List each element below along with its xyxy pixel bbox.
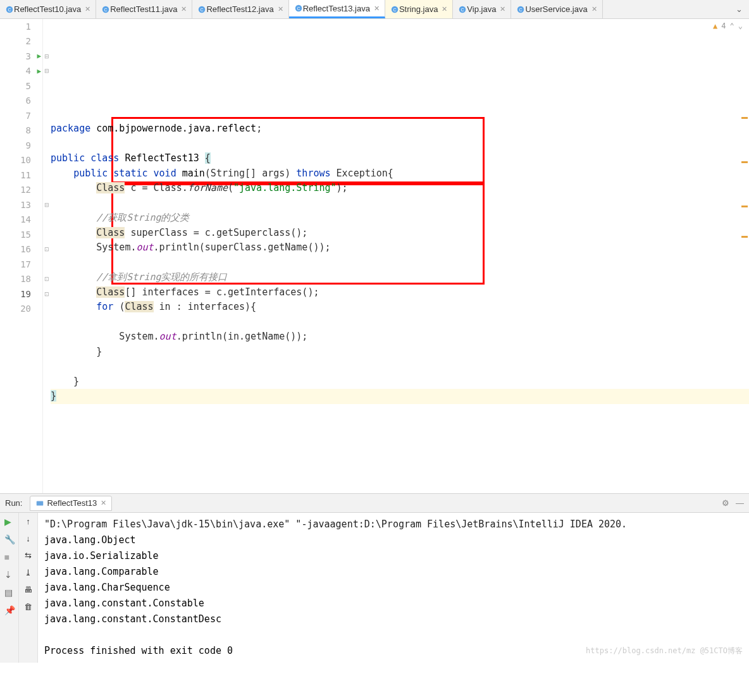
- fold-marker[interactable]: [43, 138, 51, 153]
- line-number[interactable]: 3▶: [0, 49, 42, 64]
- fold-marker[interactable]: ⊡: [43, 286, 51, 302]
- fold-marker[interactable]: ⊟: [43, 49, 51, 64]
- code-line[interactable]: [51, 137, 749, 152]
- run-gutter-icon[interactable]: ▶: [37, 67, 41, 75]
- fold-marker[interactable]: [43, 257, 51, 272]
- line-number[interactable]: 9: [0, 138, 42, 153]
- scroll-icon[interactable]: ⤓: [25, 568, 32, 577]
- tab-label: ReflectTest12.java: [206, 4, 273, 14]
- code-line[interactable]: package com.bjpowernode.java.reflect;: [51, 121, 749, 137]
- code-line[interactable]: System.out.println(superClass.getName())…: [51, 240, 749, 255]
- line-number[interactable]: 6: [0, 94, 42, 109]
- rerun-icon[interactable]: ▶: [4, 517, 15, 527]
- line-number[interactable]: 19: [0, 286, 42, 302]
- line-number[interactable]: 1: [0, 19, 42, 34]
- print-icon[interactable]: 🖶: [24, 585, 32, 594]
- down-icon[interactable]: ↓: [26, 534, 30, 543]
- console-output[interactable]: "D:\Program Files\Java\jdk-15\bin\java.e…: [38, 513, 749, 663]
- fold-marker[interactable]: ⊟: [43, 197, 51, 212]
- close-icon[interactable]: ✕: [101, 499, 106, 507]
- fold-marker[interactable]: [43, 34, 51, 49]
- close-icon[interactable]: ✕: [591, 5, 597, 13]
- stop-icon[interactable]: ■: [4, 552, 15, 562]
- fold-marker[interactable]: ⊡: [43, 272, 51, 287]
- gear-icon[interactable]: ⚙: [722, 498, 729, 508]
- marker-warning[interactable]: [741, 117, 748, 119]
- code-line[interactable]: [51, 404, 749, 419]
- code-line[interactable]: public static void main(String[] args) t…: [51, 166, 749, 181]
- code-line[interactable]: }: [51, 345, 749, 360]
- inspection-status[interactable]: ▲ 4 ⌃ ⌄: [713, 21, 743, 30]
- tabs-dropdown-icon[interactable]: ⌄: [729, 4, 749, 14]
- minimize-icon[interactable]: —: [736, 498, 744, 508]
- fold-marker[interactable]: [43, 183, 51, 198]
- fold-marker[interactable]: [43, 168, 51, 183]
- tab-string[interactable]: CString.java✕: [385, 0, 453, 18]
- fold-marker[interactable]: ⊡: [43, 242, 51, 257]
- close-icon[interactable]: ✕: [181, 5, 187, 13]
- tab-reflecttest12[interactable]: CReflectTest12.java✕: [192, 0, 288, 18]
- code-line[interactable]: [51, 315, 749, 330]
- code-line[interactable]: //获取String的父类: [51, 211, 749, 226]
- fold-marker[interactable]: [43, 123, 51, 138]
- close-icon[interactable]: ✕: [85, 5, 90, 13]
- fold-marker[interactable]: [43, 78, 51, 94]
- line-number[interactable]: 5: [0, 78, 42, 94]
- fold-marker[interactable]: [43, 94, 51, 109]
- code-line[interactable]: [51, 255, 749, 271]
- trash-icon[interactable]: 🗑: [24, 602, 32, 611]
- fold-marker[interactable]: [43, 108, 51, 123]
- code-line[interactable]: [51, 359, 749, 374]
- code-line[interactable]: }: [51, 374, 749, 390]
- code-line[interactable]: Class superClass = c.getSuperclass();: [51, 226, 749, 241]
- line-number[interactable]: 12: [0, 183, 42, 198]
- line-number[interactable]: 4▶: [0, 64, 42, 79]
- line-number[interactable]: 14: [0, 212, 42, 228]
- line-number[interactable]: 15: [0, 227, 42, 242]
- line-number[interactable]: 2: [0, 34, 42, 49]
- code-line[interactable]: Class[] interfaces = c.getInterfaces();: [51, 285, 749, 300]
- wrench-icon[interactable]: 🔧: [4, 534, 15, 544]
- code-line[interactable]: [51, 196, 749, 211]
- fold-marker[interactable]: [43, 19, 51, 34]
- line-number[interactable]: 17: [0, 257, 42, 272]
- close-icon[interactable]: ✕: [442, 5, 447, 13]
- tab-reflecttest10[interactable]: CReflectTest10.java✕: [0, 0, 96, 18]
- line-number[interactable]: 18: [0, 272, 42, 287]
- up-icon[interactable]: ↑: [26, 517, 30, 526]
- line-number[interactable]: 13: [0, 197, 42, 212]
- run-tab[interactable]: ReflectTest13 ✕: [30, 496, 112, 511]
- code-line[interactable]: //拿到String实现的所有接口: [51, 270, 749, 285]
- fold-marker[interactable]: [43, 227, 51, 242]
- line-number[interactable]: 11: [0, 168, 42, 183]
- fold-marker[interactable]: [43, 302, 51, 317]
- code-line[interactable]: }: [51, 389, 749, 404]
- fold-marker[interactable]: ⊟: [43, 64, 51, 79]
- pin-icon[interactable]: 📌: [4, 605, 15, 615]
- layout-icon[interactable]: ▤: [4, 587, 15, 598]
- close-icon[interactable]: ✕: [500, 5, 505, 13]
- tab-reflecttest13[interactable]: CReflectTest13.java✕: [289, 0, 385, 18]
- wrap-icon[interactable]: ⇆: [25, 551, 32, 560]
- tab-userservice[interactable]: CUserService.java✕: [511, 0, 602, 18]
- line-number[interactable]: 16: [0, 242, 42, 257]
- close-icon[interactable]: ✕: [278, 5, 283, 13]
- code-line[interactable]: public class ReflectTest13 {: [51, 151, 749, 166]
- code-line[interactable]: for (Class in : interfaces){: [51, 300, 749, 315]
- line-number[interactable]: 10: [0, 153, 42, 168]
- line-number[interactable]: 7: [0, 108, 42, 123]
- code-line[interactable]: System.out.println(in.getName());: [51, 329, 749, 345]
- dump-icon[interactable]: ⇣: [4, 570, 15, 580]
- fold-marker[interactable]: [43, 212, 51, 228]
- run-gutter-icon[interactable]: ▶: [37, 52, 41, 60]
- code-line[interactable]: Class c = Class.forName("java.lang.Strin…: [51, 181, 749, 196]
- line-number[interactable]: 20: [0, 302, 42, 317]
- line-number[interactable]: 8: [0, 123, 42, 138]
- fold-marker[interactable]: [43, 153, 51, 168]
- code-content[interactable]: ▲ 4 ⌃ ⌄ package com.bjpowernode.java.ref…: [51, 19, 749, 493]
- nav-down-icon[interactable]: ⌄: [738, 21, 743, 30]
- tab-vip[interactable]: CVip.java✕: [453, 0, 511, 18]
- close-icon[interactable]: ✕: [374, 4, 380, 13]
- nav-up-icon[interactable]: ⌃: [730, 21, 734, 30]
- tab-reflecttest11[interactable]: CReflectTest11.java✕: [96, 0, 192, 18]
